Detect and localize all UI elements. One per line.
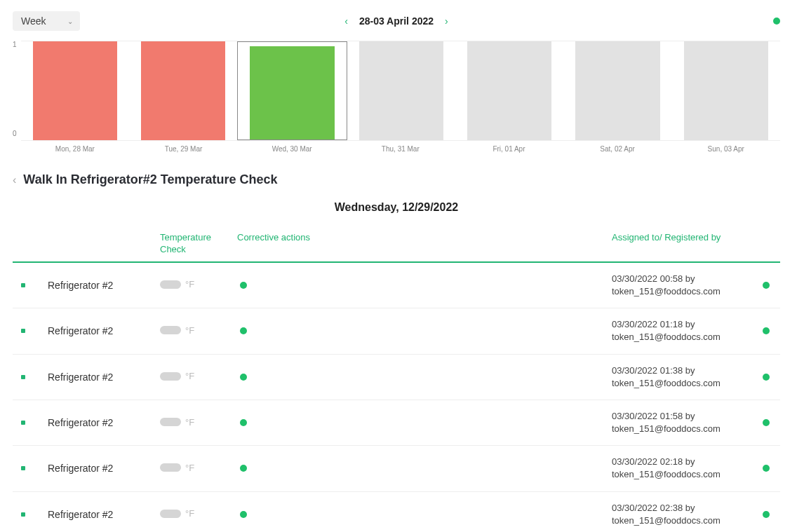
bar-fill bbox=[684, 41, 768, 140]
chart-x-label: Wed, 30 Mar bbox=[238, 145, 347, 153]
status-dot-icon bbox=[773, 18, 780, 25]
temp-unit: °F bbox=[185, 463, 194, 473]
temperature-input[interactable]: °F bbox=[160, 279, 194, 289]
temperature-input[interactable]: °F bbox=[160, 325, 194, 336]
row-name: Refrigerator #2 bbox=[48, 371, 160, 383]
chart-x-label: Mon, 28 Mar bbox=[21, 145, 130, 153]
chart-x-label: Tue, 29 Mar bbox=[129, 145, 238, 153]
row-end-dot-icon bbox=[763, 465, 770, 472]
row-assigned: 03/30/2022 01:58 bytoken_151@fooddocs.co… bbox=[612, 410, 752, 435]
chart-bar[interactable] bbox=[455, 41, 563, 140]
header-corrective: Corrective actions bbox=[237, 232, 612, 256]
row-name: Refrigerator #2 bbox=[48, 463, 160, 474]
row-assigned: 03/30/2022 02:38 bytoken_151@fooddocs.co… bbox=[612, 502, 752, 527]
chart-x-label: Fri, 01 Apr bbox=[455, 145, 563, 153]
temp-unit: °F bbox=[185, 417, 194, 428]
temp-pill-icon bbox=[160, 418, 181, 426]
chart-x-label: Sun, 03 Apr bbox=[671, 145, 780, 153]
row-assigned: 03/30/2022 02:18 bytoken_151@fooddocs.co… bbox=[612, 456, 752, 481]
corrective-status-dot-icon bbox=[240, 327, 247, 334]
table-header: Temperature Check Corrective actions Ass… bbox=[13, 232, 780, 263]
row-status-dot-icon bbox=[21, 329, 25, 333]
row-name: Refrigerator #2 bbox=[48, 325, 160, 336]
chart-bar[interactable] bbox=[129, 41, 237, 140]
header-assigned: Assigned to/ Registered by bbox=[612, 232, 752, 256]
row-status-dot-icon bbox=[21, 283, 25, 287]
temp-pill-icon bbox=[160, 510, 181, 518]
y-tick: 0 bbox=[13, 130, 17, 137]
period-select[interactable]: Week ⌄ bbox=[13, 11, 80, 31]
temp-pill-icon bbox=[160, 326, 181, 334]
back-button[interactable]: ‹ bbox=[13, 174, 16, 186]
temp-unit: °F bbox=[185, 508, 194, 519]
row-status-dot-icon bbox=[21, 421, 25, 425]
row-status-dot-icon bbox=[21, 375, 25, 379]
chart-bar[interactable] bbox=[563, 41, 671, 140]
temp-unit: °F bbox=[185, 371, 194, 381]
header-temperature: Temperature Check bbox=[160, 232, 237, 256]
row-assigned: 03/30/2022 01:18 bytoken_151@fooddocs.co… bbox=[612, 318, 752, 343]
page-title: Walk In Refrigerator#2 Temperature Check bbox=[23, 172, 277, 187]
row-assigned: 03/30/2022 00:58 bytoken_151@fooddocs.co… bbox=[612, 273, 752, 298]
bar-fill bbox=[33, 41, 117, 140]
page-subtitle: Wednesday, 12/29/2022 bbox=[13, 201, 780, 214]
corrective-status-dot-icon bbox=[240, 374, 247, 381]
period-label: Week bbox=[21, 15, 46, 27]
table-row[interactable]: Refrigerator #2 °F 03/30/2022 01:58 byto… bbox=[13, 400, 780, 446]
chart-x-label: Sat, 02 Apr bbox=[563, 145, 672, 153]
table-row[interactable]: Refrigerator #2 °F 03/30/2022 01:18 byto… bbox=[13, 308, 780, 354]
date-range: 28-03 April 2022 bbox=[359, 15, 434, 27]
chart-bar[interactable] bbox=[672, 41, 780, 140]
row-end-dot-icon bbox=[763, 374, 770, 381]
temp-unit: °F bbox=[185, 279, 194, 289]
bar-fill bbox=[575, 41, 659, 140]
bar-fill bbox=[359, 41, 443, 140]
row-status-dot-icon bbox=[21, 466, 25, 470]
row-end-dot-icon bbox=[763, 327, 770, 334]
row-end-dot-icon bbox=[763, 282, 770, 289]
table-row[interactable]: Refrigerator #2 °F 03/30/2022 02:18 byto… bbox=[13, 446, 780, 491]
date-navigator: ‹ 28-03 April 2022 › bbox=[344, 15, 448, 27]
row-status-dot-icon bbox=[21, 512, 25, 517]
bar-fill bbox=[467, 41, 551, 140]
bar-fill bbox=[141, 41, 225, 140]
corrective-status-dot-icon bbox=[240, 465, 247, 472]
table-row[interactable]: Refrigerator #2 °F 03/30/2022 01:38 byto… bbox=[13, 355, 780, 400]
table-row[interactable]: Refrigerator #2 °F 03/30/2022 00:58 byto… bbox=[13, 263, 780, 308]
row-name: Refrigerator #2 bbox=[48, 417, 160, 428]
row-name: Refrigerator #2 bbox=[48, 509, 160, 520]
prev-week-button[interactable]: ‹ bbox=[344, 15, 348, 27]
row-end-dot-icon bbox=[763, 419, 770, 426]
temp-pill-icon bbox=[160, 372, 181, 381]
temp-pill-icon bbox=[160, 280, 181, 289]
row-end-dot-icon bbox=[763, 511, 770, 518]
chart-bar[interactable] bbox=[237, 41, 347, 140]
records-table: Temperature Check Corrective actions Ass… bbox=[13, 232, 780, 532]
y-tick: 1 bbox=[13, 41, 17, 48]
weekly-chart: 1 0 Mon, 28 MarTue, 29 MarWed, 30 MarThu… bbox=[13, 41, 780, 153]
temp-pill-icon bbox=[160, 463, 181, 472]
row-name: Refrigerator #2 bbox=[48, 280, 160, 291]
chevron-down-icon: ⌄ bbox=[67, 18, 73, 25]
corrective-status-dot-icon bbox=[240, 282, 247, 289]
corrective-status-dot-icon bbox=[240, 511, 247, 518]
temperature-input[interactable]: °F bbox=[160, 371, 194, 381]
temperature-input[interactable]: °F bbox=[160, 417, 194, 428]
temp-unit: °F bbox=[185, 325, 194, 336]
bar-fill bbox=[250, 46, 334, 139]
chart-bar[interactable] bbox=[347, 41, 455, 140]
chart-y-axis: 1 0 bbox=[13, 41, 21, 153]
chart-x-label: Thu, 31 Mar bbox=[346, 145, 455, 153]
table-row[interactable]: Refrigerator #2 °F 03/30/2022 02:38 byto… bbox=[13, 492, 780, 532]
next-week-button[interactable]: › bbox=[445, 15, 448, 27]
temperature-input[interactable]: °F bbox=[160, 463, 194, 473]
row-assigned: 03/30/2022 01:38 bytoken_151@fooddocs.co… bbox=[612, 364, 752, 390]
corrective-status-dot-icon bbox=[240, 419, 247, 426]
chart-bar[interactable] bbox=[21, 41, 129, 140]
temperature-input[interactable]: °F bbox=[160, 508, 194, 519]
